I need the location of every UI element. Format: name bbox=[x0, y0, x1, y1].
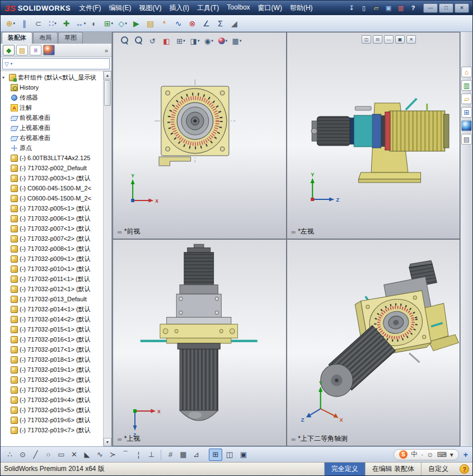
interference-detection-icon[interactable]: ⊗ bbox=[186, 17, 199, 30]
tree-item[interactable]: 注解 bbox=[11, 102, 103, 113]
section-view-icon[interactable]: ◧ bbox=[161, 35, 173, 46]
insert-components-icon[interactable]: ⊕▾ bbox=[4, 17, 17, 30]
tree-item[interactable]: 前视基准面 bbox=[11, 113, 103, 123]
previous-view-icon[interactable]: ↺ bbox=[147, 35, 159, 46]
perpendicular-tool-icon[interactable]: ⊥ bbox=[146, 449, 157, 461]
file-explorer-icon[interactable]: ▱ bbox=[461, 94, 472, 104]
tree-item[interactable]: (-) 717032-p019<6> (默认 bbox=[11, 415, 103, 425]
rectangle-tool-icon[interactable]: ▭ bbox=[55, 449, 67, 461]
filter-input[interactable] bbox=[14, 60, 107, 68]
tree-item[interactable]: (-) 717032-p003<1> (默认 bbox=[11, 173, 103, 183]
new-motion-study-icon[interactable]: ▶ bbox=[130, 17, 143, 30]
tree-item[interactable]: (-) 717032-p012<1> (默认 bbox=[11, 284, 103, 294]
menu-item[interactable]: 视图(V) bbox=[135, 1, 166, 15]
tree-item[interactable]: (-) 717032-p014<2> (默认 bbox=[11, 314, 103, 324]
centerline-tool-icon[interactable]: ¦ bbox=[133, 449, 144, 461]
menu-pin-icon[interactable]: ↧ bbox=[346, 3, 357, 13]
minimize-button[interactable]: — bbox=[423, 3, 438, 13]
tree-item[interactable]: (-) 717032-p008<1> (默认 bbox=[11, 244, 103, 254]
hide-show-items-icon[interactable]: ◉▾ bbox=[203, 35, 215, 46]
tree-item[interactable]: History bbox=[11, 82, 103, 92]
sogou-logo-icon[interactable]: S bbox=[399, 450, 408, 459]
new-document-icon[interactable]: ▯ bbox=[358, 3, 369, 13]
linear-component-pattern-icon[interactable]: ∷▾ bbox=[46, 17, 59, 30]
doc-close-icon[interactable]: ✕ bbox=[406, 35, 416, 44]
two-view-button[interactable]: ◫ bbox=[223, 449, 236, 461]
tree-item[interactable]: (-) 717032-p016<1> (默认 bbox=[11, 334, 103, 344]
menu-item[interactable]: 帮助(H) bbox=[286, 1, 317, 15]
spline-tool-icon[interactable]: ∿ bbox=[94, 449, 106, 461]
tree-item[interactable]: (-) 717032-p011<1> (默认 bbox=[11, 274, 103, 284]
zoom-fit-icon[interactable] bbox=[119, 35, 131, 46]
doc-split-icon[interactable]: ⊟ bbox=[373, 35, 382, 44]
tree-item[interactable]: (-) 717032-p019<3> (默认 bbox=[11, 385, 103, 395]
tree-item[interactable]: (-) 717032-p019<7> (默认 bbox=[11, 425, 103, 435]
propertymanager-tab-icon[interactable]: ▤ bbox=[16, 45, 28, 55]
solidworks-resources-icon[interactable]: ⌂ bbox=[461, 67, 472, 77]
punctuation-icon[interactable]: · bbox=[421, 451, 423, 459]
tree-expander-icon[interactable]: ▾ bbox=[2, 75, 7, 80]
open-document-icon[interactable]: ▱ bbox=[371, 3, 382, 13]
edit-appearance-icon[interactable]: ▾ bbox=[217, 35, 229, 46]
circle-tool-icon[interactable]: ⊙ bbox=[17, 449, 29, 461]
convert-entities-icon[interactable]: ≻ bbox=[107, 449, 119, 461]
filter-funnel-icon[interactable]: ▽ bbox=[4, 61, 9, 67]
ime-menu-icon[interactable]: ▾ bbox=[450, 451, 453, 459]
menu-item[interactable]: 编辑(E) bbox=[105, 1, 135, 15]
options-icon[interactable]: ▥ bbox=[395, 3, 406, 13]
scroll-up-icon[interactable]: ▲ bbox=[104, 71, 111, 80]
chamfer-tool-icon[interactable]: ◣ bbox=[81, 449, 93, 461]
doc-restore-icon[interactable]: ▣ bbox=[395, 35, 405, 44]
menu-item[interactable]: Toolbox bbox=[223, 1, 254, 15]
tree-root-item[interactable]: ▾ 套杆组件 (默认<默认_显示状 bbox=[2, 72, 103, 82]
grid-snap-icon[interactable]: ▦ bbox=[177, 449, 189, 461]
save-icon[interactable]: ▣ bbox=[383, 3, 394, 13]
four-view-button[interactable]: ⊞ bbox=[209, 449, 222, 461]
tree-item[interactable]: (-) 717032-p014<1> (默认 bbox=[11, 304, 103, 314]
scrollbar-track[interactable] bbox=[104, 106, 111, 438]
arc-tool-icon[interactable]: ⌒ bbox=[120, 449, 132, 461]
front-view-canvas[interactable]: Y X bbox=[113, 32, 286, 239]
doc-minimize-icon[interactable]: — bbox=[384, 35, 394, 44]
tree-item[interactable]: (-) 717032-p019<2> (默认 bbox=[11, 375, 103, 385]
custom-properties-icon[interactable]: ▤ bbox=[461, 134, 472, 144]
sketch-settings-icon[interactable]: # bbox=[165, 449, 176, 461]
menu-item[interactable]: 插入(I) bbox=[166, 1, 193, 15]
bill-of-materials-icon[interactable]: ▤ bbox=[144, 17, 157, 30]
configurationmanager-tab-icon[interactable]: ≡ bbox=[30, 45, 41, 55]
left-view-canvas[interactable]: Y Z bbox=[287, 32, 460, 239]
tree-item[interactable]: (-) 717032-p009<1> (默认 bbox=[11, 254, 103, 264]
tree-item[interactable]: (-) 717032-p013_Default bbox=[11, 294, 103, 304]
tree-item[interactable]: (-) 717032-p005<1> (默认 bbox=[11, 203, 103, 213]
help-icon[interactable]: ? bbox=[408, 3, 419, 13]
section-properties-icon[interactable]: ◢ bbox=[228, 17, 241, 30]
zoom-area-icon[interactable] bbox=[133, 35, 145, 46]
filter-dropdown-icon[interactable]: ▾ bbox=[11, 62, 13, 66]
emoticon-icon[interactable]: ☺ bbox=[427, 451, 433, 459]
featuremanager-tab-icon[interactable]: ◆ bbox=[3, 45, 15, 55]
tree-item[interactable]: (-) 717032-p006<1> (默认 bbox=[11, 213, 103, 223]
tree-item[interactable]: (-) 717032-p015<1> (默认 bbox=[11, 324, 103, 334]
menu-item[interactable]: 窗口(W) bbox=[254, 1, 286, 15]
design-library-icon[interactable]: ▥ bbox=[461, 80, 472, 91]
exploded-view-icon[interactable]: * bbox=[158, 17, 171, 30]
tab-sketch[interactable]: 草图 bbox=[58, 32, 83, 44]
virtual-keyboard-icon[interactable]: ⌨ bbox=[437, 451, 446, 459]
trim-entities-icon[interactable]: ✕ bbox=[68, 449, 80, 461]
tree-item[interactable]: (-) 717032-p019<4> (默认 bbox=[11, 395, 103, 405]
view-orientation-icon[interactable]: ⊞▾ bbox=[175, 35, 187, 46]
tree-item[interactable]: 传感器 bbox=[11, 92, 103, 102]
apply-scene-icon[interactable]: ▦▾ bbox=[231, 35, 243, 46]
ellipse-tool-icon[interactable]: ○ bbox=[43, 449, 54, 461]
measure-icon[interactable]: ∠ bbox=[200, 17, 213, 30]
tree-item[interactable]: (-) 717032-p007<1> (默认 bbox=[11, 223, 103, 234]
viewport-left[interactable]: Y Z ∞ *左视 bbox=[287, 32, 460, 239]
pane-overflow-chevron[interactable]: » bbox=[105, 47, 109, 54]
quick-tips-help-icon[interactable]: ? bbox=[460, 464, 469, 474]
assembly-features-icon[interactable]: ⊞▾ bbox=[102, 17, 115, 30]
attachment-icon[interactable]: ⊂ bbox=[32, 17, 45, 30]
appearances-icon[interactable] bbox=[461, 120, 472, 131]
mass-properties-icon[interactable]: Σ bbox=[214, 17, 227, 30]
tree-item[interactable]: (-) 6.00TB3LLT74Ax2.125 bbox=[11, 153, 103, 163]
tree-item[interactable]: 上视基准面 bbox=[11, 123, 103, 133]
